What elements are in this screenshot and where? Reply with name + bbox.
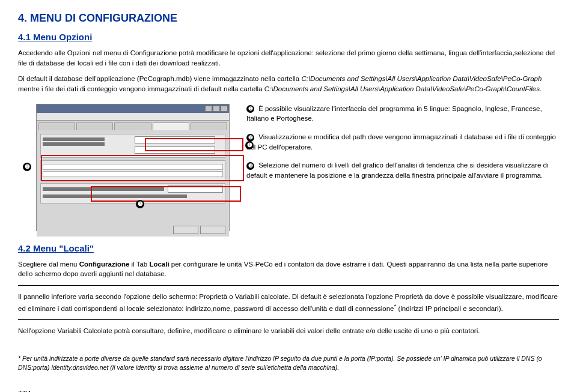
bullet-2-icon: ❷ bbox=[246, 134, 254, 142]
para-42-1: Scegliere dal menu Configurazione il Tab… bbox=[18, 259, 559, 279]
ss-cancel-button bbox=[200, 226, 225, 234]
p42-1c: il Tab bbox=[129, 261, 149, 268]
para-41-intro: Accedendo alle Opzioni nel menu di Confi… bbox=[18, 48, 559, 68]
feature-2-text: Visualizzazione e modifica del path dove… bbox=[246, 133, 556, 151]
para-42-2: Il pannello inferiore varia secondo l'op… bbox=[18, 292, 559, 313]
feature-1-text: È possibile visualizzare l'interfaccia d… bbox=[246, 105, 542, 122]
two-column-row: ❶ ❷ ❸ ❶ È possibile visualizzare l'inter… bbox=[18, 104, 559, 231]
callout-2: ❷ bbox=[23, 163, 31, 171]
sub-42-title: 4.2 Menu "Locali" bbox=[18, 243, 559, 253]
footnote-text: Per unità indirizzate a porte diverse da… bbox=[18, 355, 542, 371]
p2-path1: C:\Documents and Settings\All Users\Appl… bbox=[301, 75, 542, 82]
sub-41-title: 4.1 Menu Opzioni bbox=[18, 32, 559, 42]
divider bbox=[18, 319, 559, 320]
p42-2b: (indirizzi IP principali e secondari). bbox=[396, 305, 502, 312]
ss-ok-button bbox=[173, 226, 198, 234]
p42-1d: Locali bbox=[149, 261, 169, 268]
minimize-icon bbox=[205, 106, 212, 112]
ss-tabrow bbox=[37, 121, 229, 130]
close-icon bbox=[221, 106, 228, 112]
page-number: 7/24 bbox=[18, 390, 559, 392]
feature-list: ❶ È possibile visualizzare l'interfaccia… bbox=[246, 104, 559, 231]
p2-b: mentre i file dei dati di conteggio veng… bbox=[18, 85, 264, 92]
feature-2: ❷ Visualizzazione e modifica del path do… bbox=[246, 132, 559, 152]
para-42-3: Nell'opzione Variabili Calcolate potrà c… bbox=[18, 326, 559, 336]
ss-menubar bbox=[37, 113, 229, 121]
ss-button-row bbox=[173, 226, 225, 234]
p2-path2: C:\Documents and Settings\All Users\Appl… bbox=[264, 85, 542, 92]
ss-tab bbox=[191, 122, 227, 130]
divider bbox=[18, 285, 559, 286]
options-screenshot bbox=[36, 104, 230, 231]
section-title: 4. MENU DI CONFIGURAZIONE bbox=[18, 12, 559, 25]
feature-3: ❸ Selezione del numero di livelli del gr… bbox=[246, 160, 559, 180]
redbox-3 bbox=[91, 186, 241, 202]
screenshot-column: ❶ ❷ ❸ bbox=[18, 104, 234, 231]
feature-3-text: Selezione del numero di livelli del graf… bbox=[246, 161, 548, 179]
ss-tab-selected bbox=[153, 122, 189, 130]
ss-tab bbox=[114, 122, 151, 130]
ss-tab bbox=[38, 122, 75, 130]
feature-1: ❶ È possibile visualizzare l'interfaccia… bbox=[246, 104, 559, 124]
callout-3: ❸ bbox=[136, 200, 144, 208]
ss-titlebar bbox=[37, 104, 229, 113]
maximize-icon bbox=[213, 106, 220, 112]
p2-a: Di default il database dell'applicazione… bbox=[18, 75, 301, 82]
p42-1a: Scegliere dal menu bbox=[18, 261, 79, 268]
bullet-3-icon: ❸ bbox=[246, 162, 254, 170]
callout-1: ❶ bbox=[245, 141, 254, 149]
redbox-2 bbox=[41, 155, 244, 181]
p42-1b: Configurazione bbox=[79, 261, 130, 268]
para-41-paths: Di default il database dell'applicazione… bbox=[18, 74, 559, 94]
footnote: * Per unità indirizzate a porte diverse … bbox=[18, 354, 559, 372]
redbox-1 bbox=[145, 138, 243, 151]
ss-tab bbox=[76, 122, 113, 130]
bullet-1-icon: ❶ bbox=[246, 105, 254, 113]
